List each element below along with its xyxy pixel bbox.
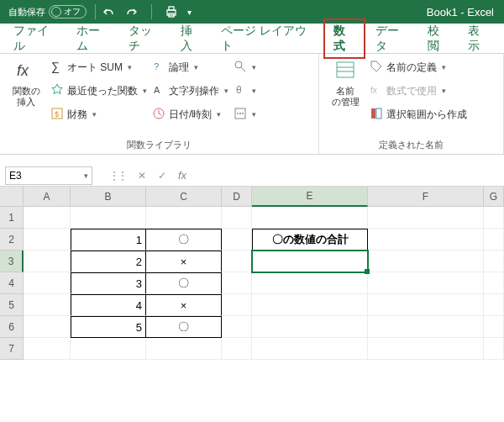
col-header-A[interactable]: A bbox=[24, 187, 71, 207]
datetime-button[interactable]: 日付/時刻▾ bbox=[152, 104, 228, 124]
cell-C5[interactable]: × bbox=[146, 294, 222, 316]
cell-B4[interactable]: 3 bbox=[71, 272, 146, 294]
chevron-down-icon: ▾ bbox=[224, 87, 228, 95]
row-header-4[interactable]: 4 bbox=[0, 272, 24, 294]
cell[interactable] bbox=[484, 338, 504, 360]
col-header-E[interactable]: E bbox=[252, 187, 368, 207]
cell[interactable] bbox=[222, 251, 252, 272]
tab-insert[interactable]: 挿入 bbox=[172, 18, 212, 59]
svg-text:?: ? bbox=[154, 61, 159, 71]
col-header-G[interactable]: G bbox=[484, 187, 504, 207]
theta-icon: θ bbox=[234, 83, 247, 99]
redo-icon[interactable] bbox=[124, 4, 139, 19]
cell[interactable] bbox=[24, 251, 71, 272]
cell[interactable] bbox=[222, 294, 252, 316]
cell[interactable] bbox=[368, 338, 484, 360]
cell[interactable] bbox=[368, 251, 484, 272]
row-header-7[interactable]: 7 bbox=[0, 338, 24, 360]
tab-formulas[interactable]: 数式 bbox=[323, 18, 366, 59]
cell[interactable] bbox=[484, 229, 504, 251]
create-from-selection-button[interactable]: 選択範囲から作成 bbox=[370, 104, 467, 124]
cell-B2[interactable]: 1 bbox=[71, 229, 146, 251]
cell[interactable] bbox=[24, 338, 71, 360]
fx-icon[interactable]: fx bbox=[178, 169, 186, 182]
cell[interactable] bbox=[252, 316, 368, 338]
cell[interactable] bbox=[222, 338, 252, 360]
col-header-C[interactable]: C bbox=[146, 187, 222, 207]
cell[interactable] bbox=[252, 272, 368, 294]
autosum-button[interactable]: ∑オート SUM▾ bbox=[50, 57, 147, 77]
cell[interactable] bbox=[146, 207, 222, 229]
print-icon[interactable] bbox=[164, 4, 179, 19]
col-header-F[interactable]: F bbox=[368, 187, 484, 207]
cell[interactable] bbox=[24, 229, 71, 251]
row-header-2[interactable]: 2 bbox=[0, 229, 24, 251]
lookup-button[interactable]: ▾ bbox=[234, 57, 256, 77]
enter-icon[interactable]: ✓ bbox=[158, 170, 166, 182]
row-header-6[interactable]: 6 bbox=[0, 316, 24, 338]
tab-file[interactable]: ファイル bbox=[5, 18, 66, 59]
insert-function-button[interactable]: fx 関数の挿入 bbox=[7, 57, 45, 124]
cell[interactable] bbox=[24, 207, 71, 229]
tab-view[interactable]: 表示 bbox=[459, 18, 499, 59]
tab-touch[interactable]: タッチ bbox=[120, 18, 171, 59]
name-manager-button[interactable]: 名前の管理 bbox=[326, 57, 365, 124]
cell[interactable] bbox=[24, 272, 71, 294]
financial-button[interactable]: $財務▾ bbox=[50, 104, 147, 124]
cell[interactable] bbox=[222, 207, 252, 229]
cell[interactable] bbox=[368, 207, 484, 229]
cell-E2[interactable]: 〇の数値の合計 bbox=[252, 229, 368, 251]
cell-B3[interactable]: 2 bbox=[71, 251, 146, 272]
cell[interactable] bbox=[252, 207, 368, 229]
svg-point-10 bbox=[235, 61, 242, 68]
cell[interactable] bbox=[252, 338, 368, 360]
qat-more-icon[interactable]: ▾ bbox=[187, 8, 192, 17]
cell[interactable] bbox=[484, 272, 504, 294]
name-box[interactable]: E3 ▾ bbox=[5, 166, 92, 185]
cell[interactable] bbox=[222, 316, 252, 338]
cell[interactable] bbox=[24, 294, 71, 316]
cell[interactable] bbox=[222, 272, 252, 294]
row-header-3[interactable]: 3 bbox=[0, 251, 24, 272]
col-header-B[interactable]: B bbox=[71, 187, 146, 207]
cell[interactable] bbox=[484, 316, 504, 338]
tab-home[interactable]: ホーム bbox=[68, 18, 118, 59]
cell[interactable] bbox=[71, 338, 146, 360]
tab-data[interactable]: データ bbox=[367, 18, 417, 59]
cell-B5[interactable]: 4 bbox=[71, 294, 146, 316]
cell-E3[interactable] bbox=[252, 251, 368, 272]
cell-C4[interactable]: 〇 bbox=[146, 272, 222, 294]
cell-B6[interactable]: 5 bbox=[71, 316, 146, 338]
define-name-button[interactable]: 名前の定義▾ bbox=[370, 57, 467, 77]
cancel-icon[interactable]: ✕ bbox=[138, 170, 146, 182]
cell[interactable] bbox=[484, 207, 504, 229]
cell[interactable] bbox=[368, 294, 484, 316]
recent-button[interactable]: 最近使った関数▾ bbox=[50, 81, 147, 101]
worksheet-grid[interactable]: A B C D E F G 1 2 1 〇 〇の数値の合計 3 2 × 4 3 … bbox=[0, 187, 504, 360]
cell[interactable] bbox=[71, 207, 146, 229]
more-fn-button[interactable]: ▾ bbox=[234, 104, 256, 124]
col-header-D[interactable]: D bbox=[222, 187, 252, 207]
cell[interactable] bbox=[146, 338, 222, 360]
cell[interactable] bbox=[484, 251, 504, 272]
row-header-1[interactable]: 1 bbox=[0, 207, 24, 229]
select-all-corner[interactable] bbox=[0, 187, 24, 207]
cell[interactable] bbox=[252, 294, 368, 316]
cell-C3[interactable]: × bbox=[146, 251, 222, 272]
cell[interactable] bbox=[368, 229, 484, 251]
cell[interactable] bbox=[368, 272, 484, 294]
autosave-toggle[interactable]: 自動保存 オフ bbox=[8, 5, 87, 18]
cell[interactable] bbox=[24, 316, 71, 338]
cell[interactable] bbox=[484, 294, 504, 316]
tab-review[interactable]: 校閲 bbox=[419, 18, 459, 59]
row-header-5[interactable]: 5 bbox=[0, 294, 24, 316]
math-button[interactable]: θ▾ bbox=[234, 81, 256, 101]
text-button[interactable]: A文字列操作▾ bbox=[152, 81, 228, 101]
logical-button[interactable]: ?論理▾ bbox=[152, 57, 228, 77]
cell-C2[interactable]: 〇 bbox=[146, 229, 222, 251]
cell-C6[interactable]: 〇 bbox=[146, 316, 222, 338]
cell[interactable] bbox=[222, 229, 252, 251]
cell[interactable] bbox=[368, 316, 484, 338]
undo-icon[interactable] bbox=[101, 4, 116, 19]
tab-pagelayout[interactable]: ページ レイアウト bbox=[213, 18, 322, 59]
